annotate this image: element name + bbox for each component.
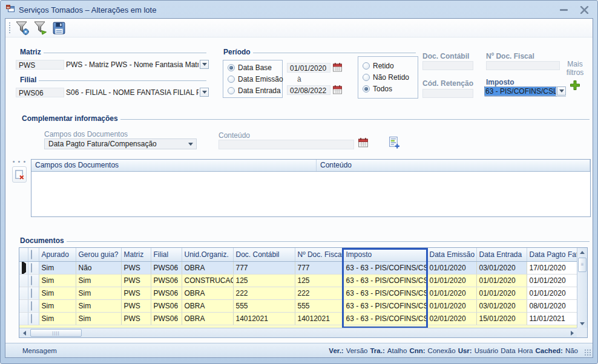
table-row[interactable]: SimSimPWSPWS06OBRA22222263 - 63 - PIS/CO… [19, 287, 577, 299]
add-row-button[interactable] [388, 136, 401, 151]
column-header-data-entrada[interactable]: Data Entrada [476, 248, 527, 261]
cell-matriz[interactable]: PWS [121, 312, 151, 325]
cell-imposto[interactable]: 63 - 63 - PIS/COFINS/CSLL [343, 274, 427, 287]
add-filter-button[interactable] [569, 79, 581, 93]
calendar-icon[interactable] [332, 85, 343, 97]
cell-gerou-guia[interactable]: Não [76, 261, 121, 274]
save-button[interactable] [50, 20, 68, 36]
cell-apurado[interactable]: Sim [39, 261, 76, 274]
row-indicator[interactable] [19, 312, 28, 325]
calendar-icon[interactable] [358, 137, 369, 150]
cod-retencao-field[interactable] [422, 89, 473, 98]
cell-gerou-guia[interactable]: Sim [76, 299, 121, 312]
cell-filial[interactable]: PWS06 [151, 261, 182, 274]
cell-data-emiss-o[interactable]: 01/01/2020 [427, 274, 476, 287]
select-all-checkbox[interactable] [28, 248, 39, 261]
campos-grid-body[interactable] [31, 172, 590, 216]
close-button[interactable] [576, 5, 593, 16]
cell-n-doc-fiscal[interactable]: 777 [295, 261, 343, 274]
cell-data-entrada[interactable]: 03/01/2020 [476, 261, 527, 274]
scroll-right-button[interactable] [567, 328, 577, 337]
cell-matriz[interactable]: PWS [121, 287, 151, 299]
cell-data-emiss-o[interactable]: 01/01/2020 [427, 299, 476, 312]
cell-n-doc-fiscal[interactable]: 555 [295, 299, 343, 312]
cell-unid-organiz[interactable]: OBRA [182, 287, 233, 299]
toolbar-grip[interactable] [8, 21, 11, 34]
cell-data-entrada[interactable]: 15/01/2020 [476, 312, 527, 325]
column-header-unid-organiz[interactable]: Unid.Organiz. [182, 248, 233, 261]
table-row[interactable]: SimNãoPWSPWS06OBRA77777763 - 63 - PIS/CO… [19, 261, 577, 274]
checkbox-icon[interactable] [31, 263, 32, 273]
cell-n-doc-fiscal[interactable]: 222 [295, 287, 343, 299]
column-header-doc-cont-bil[interactable]: Doc. Contábil [233, 248, 295, 261]
radio-todos[interactable]: Todos [363, 85, 413, 93]
cell-data-pagto-fatu[interactable]: 11/01/2021 [527, 312, 577, 325]
table-row[interactable]: SimSimPWSPWS06CONSTRUCAO12512563 - 63 - … [19, 274, 577, 287]
filter-apply-button[interactable] [31, 20, 50, 36]
checkbox-icon[interactable] [31, 288, 32, 298]
cell-data-pagto-fatu[interactable]: 01/01/2020 [527, 287, 577, 299]
cell-filial[interactable]: PWS06 [151, 299, 182, 312]
cell-data-entrada[interactable]: 01/01/2020 [476, 274, 527, 287]
column-header-gerou-guia[interactable]: Gerou guia? [76, 248, 121, 261]
column-header-conteudo[interactable]: Conteúdo [317, 160, 590, 171]
row-checkbox[interactable] [28, 274, 39, 287]
doc-contabil-field[interactable] [422, 61, 473, 70]
row-indicator-header[interactable] [19, 248, 28, 261]
matriz-combo[interactable]: PWS - Matriz PWS - Nome Fantasia Matriz … [66, 60, 209, 69]
cell-data-emiss-o[interactable]: 02/01/2020 [427, 312, 476, 325]
column-header-matriz[interactable]: Matriz [121, 248, 151, 261]
chevron-down-icon[interactable] [186, 140, 195, 149]
vertical-scroll-thumb[interactable]: ≡ [578, 258, 586, 272]
chevron-down-icon[interactable] [200, 88, 209, 97]
cell-filial[interactable]: PWS06 [151, 274, 182, 287]
chevron-down-icon[interactable] [200, 60, 209, 69]
cell-doc-cont-bil[interactable]: 222 [233, 287, 295, 299]
cell-data-emiss-o[interactable]: 01/01/2020 [427, 287, 476, 299]
row-indicator[interactable] [19, 299, 28, 312]
resize-grip[interactable] [584, 349, 591, 356]
radio-retido[interactable]: Retido [363, 62, 413, 70]
vertical-scrollbar[interactable]: ≡ [577, 248, 587, 328]
filter-config-button[interactable] [13, 20, 31, 36]
column-header-n-doc-fiscal[interactable]: Nº Doc. Fiscal [295, 248, 343, 261]
checkbox-icon[interactable] [31, 276, 32, 285]
radio-data-entrada[interactable]: Data Entrada [228, 86, 278, 95]
date-from-field[interactable]: 01/01/2020 [287, 63, 330, 73]
cell-data-entrada[interactable]: 01/01/2020 [476, 287, 527, 299]
row-checkbox[interactable] [28, 312, 39, 325]
radio-data-emissao[interactable]: Data Emissão [228, 75, 278, 83]
cell-apurado[interactable]: Sim [39, 299, 76, 312]
cell-data-pagto-fatu[interactable]: 01/01/2020 [527, 274, 577, 287]
scroll-up-button[interactable] [577, 248, 587, 257]
column-header-apurado[interactable]: Apurado [39, 248, 76, 261]
column-header-data-emiss-o[interactable]: Data Emissão [427, 248, 476, 261]
cell-gerou-guia[interactable]: Sim [76, 274, 121, 287]
calendar-icon[interactable] [332, 62, 343, 74]
num-doc-fiscal-field[interactable] [486, 61, 560, 70]
cell-filial[interactable]: PWS06 [151, 287, 182, 299]
cell-matriz[interactable]: PWS [121, 299, 151, 312]
radio-nao-retido[interactable]: Não Retido [363, 73, 413, 82]
cell-data-pagto-fatu[interactable]: 17/01/2020 [527, 261, 577, 274]
cell-imposto[interactable]: 63 - 63 - PIS/COFINS/CSLL [343, 312, 427, 325]
row-checkbox[interactable] [28, 287, 39, 299]
chevron-down-icon[interactable] [557, 86, 566, 96]
column-header-data-pagto-fatu[interactable]: Data Pagto Fatu [527, 248, 577, 261]
cell-doc-cont-bil[interactable]: 777 [233, 261, 295, 274]
cell-doc-cont-bil[interactable]: 125 [233, 274, 295, 287]
cell-matriz[interactable]: PWS [121, 274, 151, 287]
delete-row-button[interactable] [12, 166, 27, 183]
row-indicator[interactable] [19, 274, 28, 287]
column-header-imposto[interactable]: Imposto [343, 248, 427, 261]
cell-filial[interactable]: PWS06 [151, 312, 182, 325]
table-row[interactable]: SimSimPWSPWS06OBRA140120211401202163 - 6… [19, 312, 577, 325]
scroll-down-button[interactable] [577, 319, 587, 328]
cell-unid-organiz[interactable]: OBRA [182, 261, 233, 274]
checkbox-icon[interactable] [31, 314, 32, 323]
cell-unid-organiz[interactable]: CONSTRUCAO [182, 274, 233, 287]
horizontal-scroll-thumb[interactable]: |||| [30, 329, 82, 337]
cell-doc-cont-bil[interactable]: 555 [233, 299, 295, 312]
date-to-field[interactable]: 02/08/2022 [287, 85, 330, 95]
cell-gerou-guia[interactable]: Sim [76, 287, 121, 299]
